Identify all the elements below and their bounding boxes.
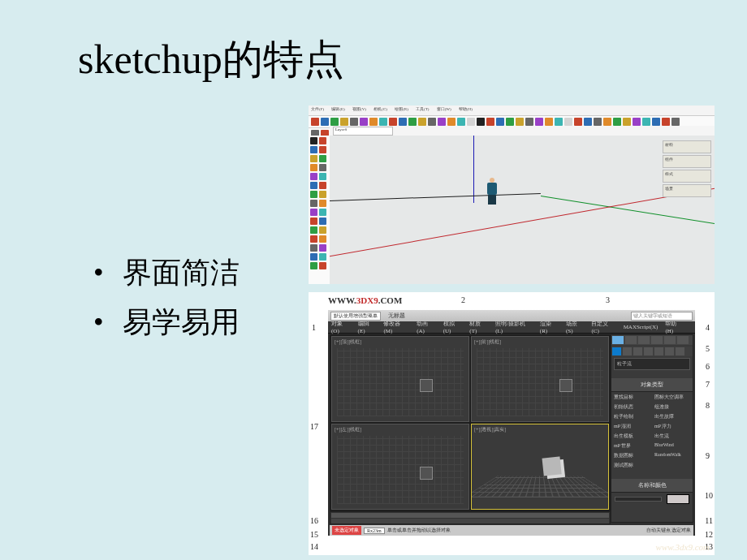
tool-icon [321, 118, 329, 126]
viewport-left: [+][左][线框] [331, 424, 469, 510]
color-swatch [667, 494, 689, 504]
command-panel: 粒子流 对象类型 重找目标图标大空调率 初始状态组连接 粒子绘制出生故障 mP … [611, 334, 693, 523]
tab-icon [638, 336, 650, 344]
type-button: mP 浮力 [654, 423, 690, 430]
rollout-name-color: 名称和颜色 [611, 479, 693, 493]
max-app-window: 默认使用增强型菜单 无标题 键入关键字或短语 对象(O) 编辑(E) 修改器(M… [328, 310, 695, 536]
tool-icon [319, 200, 326, 207]
object-cube [546, 459, 565, 479]
tool-icon [399, 118, 407, 126]
bullet-item: 界面简洁 [93, 248, 240, 298]
menu-item: 动画(A) [417, 320, 436, 334]
tool-icon [652, 118, 660, 126]
type-button: mP 湿润 [614, 423, 650, 430]
tool-icon [506, 118, 514, 126]
tool-icon [564, 118, 572, 126]
tool-icon [311, 118, 319, 126]
type-button: BlurWind [654, 442, 690, 450]
tool-icon [545, 118, 553, 126]
callout: 10 [705, 491, 713, 500]
command-panel-tabs [611, 335, 693, 345]
tab-icon [677, 336, 689, 344]
tool-icon [379, 118, 387, 126]
name-field [615, 497, 662, 502]
menu-item: 窗口(W) [437, 107, 451, 111]
tool-icon [310, 235, 317, 243]
tool-icon [319, 173, 326, 180]
callout: 5 [706, 344, 710, 353]
floating-panels: 材料 组件 样式 场景 [663, 140, 711, 199]
tab-icon [651, 336, 663, 344]
callout: 3 [606, 295, 610, 304]
viewport-label: [+][透视][真实] [474, 426, 506, 433]
menu-item: 渲染(R) [540, 320, 559, 334]
tool-icon [319, 209, 326, 216]
time-slider [331, 513, 609, 518]
axis-blue [473, 136, 474, 203]
footer-watermark: www.3dx9.com [656, 542, 710, 552]
tool-icon [319, 244, 326, 252]
type-button [654, 462, 690, 469]
rollout-object-type: 对象类型 [611, 378, 693, 392]
type-button: 出生故障 [654, 413, 690, 420]
menu-item: 相机(C) [374, 107, 387, 111]
tool-icon [613, 118, 621, 126]
tool-icon [319, 137, 326, 144]
max-screenshot: WWW.3DX9.COM 1 2 3 4 5 6 7 8 9 10 11 12 … [309, 292, 715, 555]
viewport-label: [+][左][线框] [335, 426, 361, 433]
menu-item: 编辑(E) [358, 320, 377, 334]
category-icon [612, 347, 621, 355]
tool-icon [603, 118, 611, 126]
menu-item: 绘图(R) [395, 107, 408, 111]
panel: 场景 [663, 184, 711, 197]
sketchup-menubar: 文件(F) 编辑(E) 视图(V) 相机(C) 绘图(R) 工具(T) 窗口(W… [309, 106, 715, 116]
category-icon [654, 347, 663, 355]
viewport-label: [+][顶][线框] [335, 338, 361, 346]
tool-icon [486, 118, 494, 126]
callout: 11 [705, 516, 713, 525]
axis-red [330, 184, 715, 258]
callout: 16 [310, 516, 318, 525]
tool-icon [516, 118, 524, 126]
tool-icon [330, 118, 339, 126]
tool-icon [319, 182, 326, 189]
sketchup-screenshot: 文件(F) 编辑(E) 视图(V) 相机(C) 绘图(R) 工具(T) 窗口(W… [309, 106, 715, 284]
sketchup-side-toolbar [309, 136, 332, 284]
menu-item: 对象(O) [331, 320, 351, 334]
callout: 7 [706, 380, 710, 389]
menu-item: 工具(T) [416, 107, 429, 111]
tool-icon [428, 118, 436, 126]
tool-icon [310, 182, 317, 189]
coord-field: Rx23m [364, 528, 385, 534]
bullet-item: 易学易用 [93, 298, 240, 347]
track-bar [331, 519, 609, 523]
menu-item: 模拟(U) [443, 320, 463, 334]
tool-icon [594, 118, 602, 126]
callout: 9 [706, 451, 710, 460]
object-icon [420, 379, 433, 392]
callout: 1 [312, 323, 316, 332]
callout: 14 [310, 542, 318, 551]
selection-label: 未选定对象 [332, 526, 361, 535]
tool-icon [438, 118, 446, 126]
tool-icon [535, 118, 543, 126]
bullet-list: 界面简洁 易学易用 [61, 248, 240, 347]
help-search: 键入关键字或短语 [631, 312, 693, 321]
menu-item: 修改器(M) [383, 320, 409, 334]
name-color-row [611, 493, 693, 506]
layer-dropdown: Layer0 [333, 127, 393, 136]
tool-icon [389, 118, 397, 126]
tool-icon [310, 253, 317, 261]
tool-icon [319, 235, 326, 243]
callout: 12 [705, 530, 713, 539]
tool-icon [360, 118, 368, 126]
tool-icon [671, 118, 680, 126]
tool-icon [310, 155, 317, 162]
type-button: 测试图标 [614, 462, 650, 469]
tool-icon [662, 118, 670, 126]
max-menubar: 对象(O) 编辑(E) 修改器(M) 动画(A) 模拟(U) 材质(T) 照明/… [328, 321, 695, 334]
tool-icon [319, 146, 326, 153]
menu-item: 帮助(H) [459, 107, 473, 111]
workspace-button: 默认使用增强型菜单 [330, 312, 381, 321]
scale-figure [486, 178, 499, 206]
